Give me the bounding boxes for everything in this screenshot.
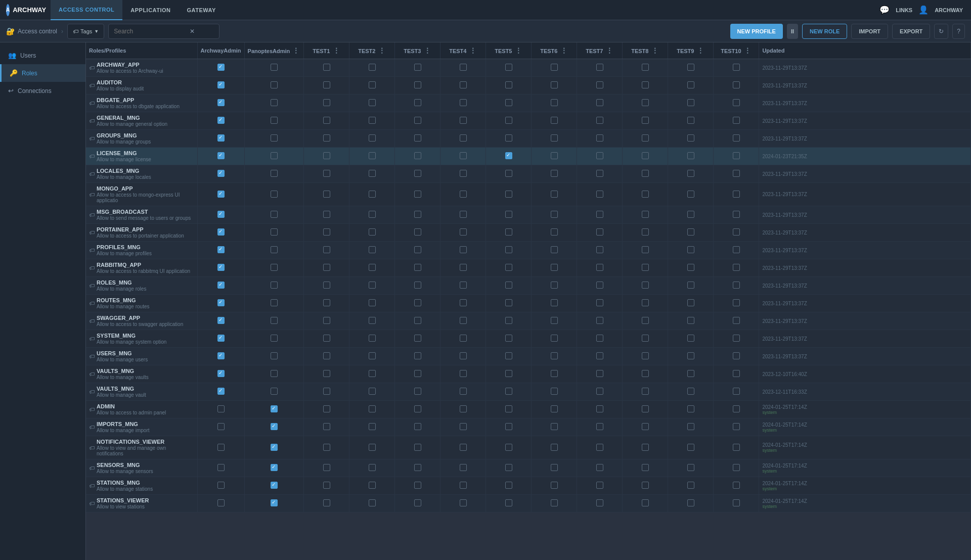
checkbox-cell[interactable] bbox=[197, 418, 244, 436]
role-checkbox[interactable] bbox=[271, 464, 278, 471]
role-checkbox[interactable] bbox=[414, 388, 421, 395]
role-checkbox[interactable] bbox=[460, 246, 467, 253]
role-checkbox[interactable] bbox=[271, 370, 278, 377]
checkbox-cell[interactable] bbox=[395, 224, 440, 242]
role-checkbox[interactable] bbox=[596, 117, 603, 124]
checkbox-cell[interactable] bbox=[395, 348, 440, 365]
role-checkbox[interactable] bbox=[687, 152, 694, 159]
role-checkbox[interactable] bbox=[460, 152, 467, 159]
role-checkbox[interactable] bbox=[596, 388, 603, 395]
checkbox-cell[interactable] bbox=[395, 206, 440, 224]
role-checkbox[interactable] bbox=[217, 282, 225, 289]
role-checkbox[interactable] bbox=[687, 388, 694, 395]
role-checkbox[interactable] bbox=[217, 299, 225, 306]
col-menu-test7[interactable]: ⋮ bbox=[605, 46, 614, 55]
checkbox-cell[interactable] bbox=[304, 183, 349, 206]
checkbox-cell[interactable] bbox=[486, 183, 532, 206]
role-checkbox[interactable] bbox=[369, 264, 376, 271]
checkbox-cell[interactable] bbox=[440, 348, 486, 365]
checkbox-cell[interactable] bbox=[197, 77, 244, 95]
role-checkbox[interactable] bbox=[323, 170, 330, 177]
role-checkbox[interactable] bbox=[271, 99, 278, 106]
role-tag-icon[interactable]: 🏷 bbox=[89, 192, 95, 198]
role-checkbox[interactable] bbox=[323, 499, 330, 506]
checkbox-cell[interactable] bbox=[486, 330, 532, 348]
role-checkbox[interactable] bbox=[323, 444, 330, 451]
checkbox-cell[interactable] bbox=[623, 277, 668, 295]
role-checkbox[interactable] bbox=[733, 423, 740, 430]
checkbox-cell[interactable] bbox=[440, 330, 486, 348]
nav-access-control[interactable]: ACCESS CONTROL bbox=[51, 0, 122, 20]
checkbox-cell[interactable] bbox=[440, 224, 486, 242]
checkbox-cell[interactable] bbox=[668, 459, 714, 477]
checkbox-cell[interactable] bbox=[440, 112, 486, 130]
role-checkbox[interactable] bbox=[414, 282, 421, 289]
role-checkbox[interactable] bbox=[733, 211, 740, 218]
role-checkbox[interactable] bbox=[733, 81, 740, 88]
checkbox-cell[interactable] bbox=[349, 312, 395, 330]
checkbox-cell[interactable] bbox=[577, 477, 623, 495]
checkbox-cell[interactable] bbox=[668, 59, 714, 77]
role-checkbox[interactable] bbox=[460, 134, 467, 142]
role-tag-icon[interactable]: 🏷 bbox=[89, 153, 95, 159]
role-checkbox[interactable] bbox=[217, 152, 225, 159]
checkbox-cell[interactable] bbox=[623, 259, 668, 277]
checkbox-cell[interactable] bbox=[349, 259, 395, 277]
role-checkbox[interactable] bbox=[642, 99, 649, 106]
checkbox-cell[interactable] bbox=[197, 312, 244, 330]
role-checkbox[interactable] bbox=[217, 211, 225, 218]
role-checkbox[interactable] bbox=[642, 191, 649, 198]
checkbox-cell[interactable] bbox=[395, 495, 440, 512]
role-tag-icon[interactable]: 🏷 bbox=[89, 371, 95, 377]
role-checkbox[interactable] bbox=[323, 423, 330, 430]
checkbox-cell[interactable] bbox=[395, 112, 440, 130]
role-checkbox[interactable] bbox=[733, 170, 740, 177]
role-checkbox[interactable] bbox=[271, 134, 278, 142]
checkbox-cell[interactable] bbox=[486, 459, 532, 477]
role-checkbox[interactable] bbox=[687, 99, 694, 106]
role-checkbox[interactable] bbox=[642, 152, 649, 159]
role-checkbox[interactable] bbox=[414, 170, 421, 177]
role-checkbox[interactable] bbox=[414, 228, 421, 236]
checkbox-cell[interactable] bbox=[395, 59, 440, 77]
role-checkbox[interactable] bbox=[687, 499, 694, 506]
app-logo[interactable]: A ARCHWAY bbox=[0, 4, 51, 16]
role-checkbox[interactable] bbox=[733, 464, 740, 471]
role-checkbox[interactable] bbox=[323, 464, 330, 471]
role-checkbox[interactable] bbox=[414, 335, 421, 342]
role-checkbox[interactable] bbox=[369, 464, 376, 471]
checkbox-cell[interactable] bbox=[623, 148, 668, 165]
checkbox-cell[interactable] bbox=[304, 77, 349, 95]
role-checkbox[interactable] bbox=[642, 388, 649, 395]
role-checkbox[interactable] bbox=[687, 191, 694, 198]
role-checkbox[interactable] bbox=[733, 388, 740, 395]
checkbox-cell[interactable] bbox=[486, 242, 532, 259]
checkbox-cell[interactable] bbox=[577, 165, 623, 183]
role-tag-icon[interactable]: 🏷 bbox=[89, 353, 95, 359]
checkbox-cell[interactable] bbox=[244, 112, 304, 130]
role-checkbox[interactable] bbox=[460, 464, 467, 471]
role-checkbox[interactable] bbox=[505, 228, 512, 236]
role-checkbox[interactable] bbox=[271, 170, 278, 177]
checkbox-cell[interactable] bbox=[349, 348, 395, 365]
role-checkbox[interactable] bbox=[642, 264, 649, 271]
checkbox-cell[interactable] bbox=[714, 206, 759, 224]
checkbox-cell[interactable] bbox=[349, 183, 395, 206]
role-checkbox[interactable] bbox=[505, 370, 512, 377]
checkbox-cell[interactable] bbox=[349, 277, 395, 295]
role-tag-icon[interactable]: 🏷 bbox=[89, 336, 95, 342]
role-checkbox[interactable] bbox=[733, 152, 740, 159]
role-tag-icon[interactable]: 🏷 bbox=[89, 247, 95, 253]
checkbox-cell[interactable] bbox=[440, 495, 486, 512]
role-checkbox[interactable] bbox=[460, 499, 467, 506]
checkbox-cell[interactable] bbox=[486, 112, 532, 130]
checkbox-cell[interactable] bbox=[349, 330, 395, 348]
role-checkbox[interactable] bbox=[551, 152, 558, 159]
checkbox-cell[interactable] bbox=[577, 348, 623, 365]
role-checkbox[interactable] bbox=[460, 405, 467, 412]
chat-icon[interactable]: 💬 bbox=[879, 5, 890, 15]
role-checkbox[interactable] bbox=[551, 64, 558, 71]
checkbox-cell[interactable] bbox=[349, 77, 395, 95]
role-checkbox[interactable] bbox=[414, 299, 421, 306]
role-checkbox[interactable] bbox=[271, 423, 278, 430]
